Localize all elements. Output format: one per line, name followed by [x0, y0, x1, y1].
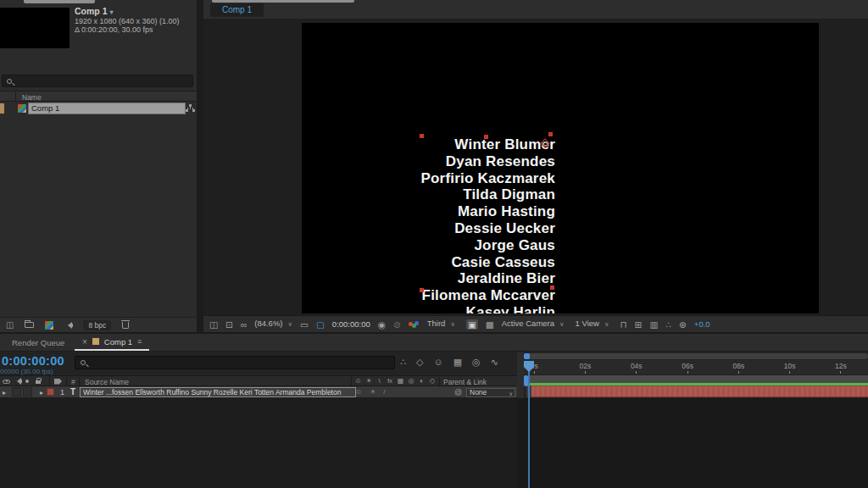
video-toggle-cell[interactable] [12, 387, 21, 396]
audio-toggle-cell[interactable] [23, 387, 32, 396]
show-snapshot-icon[interactable]: ⊘ [393, 319, 401, 330]
layer-collapse-toggle[interactable]: ☀ [370, 388, 376, 396]
region-of-interest-icon[interactable]: ▭ [300, 319, 309, 330]
channels-icon[interactable] [409, 320, 420, 329]
timeline-panel: Render Queue × Comp 1 ≡ 0:00:00:00 00000… [0, 334, 868, 488]
target-region-icon[interactable]: ▣ [466, 319, 478, 330]
layer-list-empty-area[interactable] [0, 398, 517, 488]
selection-handle-bottom-left[interactable] [420, 288, 424, 292]
timeline-track-empty-area[interactable] [517, 398, 868, 488]
name-column-header[interactable]: Name [22, 93, 42, 102]
video-eye-icon[interactable] [3, 380, 10, 384]
tab-comp-1[interactable]: × Comp 1 ≡ [75, 334, 149, 351]
source-name-column-header[interactable]: Source Name [85, 378, 129, 386]
audio-icon[interactable] [64, 322, 72, 329]
interpret-footage-icon[interactable]: ◫ [6, 321, 14, 330]
timeline-search-input[interactable] [75, 356, 395, 369]
snapshot-icon[interactable]: ◫ [209, 319, 218, 330]
lock-icon[interactable] [36, 380, 41, 384]
comp-viewer-tab[interactable]: Comp 1 [210, 3, 264, 17]
selection-handle-top-center[interactable] [484, 135, 488, 139]
pixel-aspect-icon[interactable]: ⊓ [620, 319, 626, 330]
playhead-line[interactable] [528, 361, 530, 488]
pick-whip-icon[interactable]: @ [454, 388, 462, 396]
snapshot-camera-icon[interactable]: ◉ [378, 319, 386, 330]
composition-frame[interactable]: Winter BlumerDyan ResendesPorfirio Kaczm… [302, 23, 819, 313]
panel-grip[interactable] [24, 0, 95, 3]
index-column-header[interactable]: # [71, 378, 75, 386]
shy-switch-icon[interactable]: ☺ [354, 377, 362, 385]
graph-editor-icon[interactable]: ∿ [491, 357, 498, 367]
comp-viewer-area[interactable]: Winter BlumerDyan ResendesPorfirio Kaczm… [203, 19, 868, 315]
credits-text-layer[interactable]: Winter BlumerDyan ResendesPorfirio Kaczm… [302, 136, 555, 313]
column-divider [439, 377, 440, 385]
parent-link-column-header[interactable]: Parent & Link [443, 378, 487, 386]
timeline-buttons: ∴◇☺▦◎∿ [400, 357, 498, 367]
project-item-name[interactable]: Comp 1 [28, 103, 186, 114]
fx-switch-icon[interactable]: fx [387, 377, 394, 385]
adjustment-switch-icon[interactable]: ◐ [418, 377, 426, 385]
current-time-display[interactable]: 0:00:00:00 [2, 354, 64, 368]
collapse-switch-icon[interactable]: ☀ [365, 377, 373, 385]
transparency-grid-icon[interactable]: ▩ [486, 319, 494, 330]
preview-timecode[interactable]: 0:00:00:00 [332, 319, 370, 330]
time-navigator-bar[interactable] [524, 353, 868, 359]
project-item-row[interactable]: Comp 1 [0, 103, 197, 114]
trash-icon[interactable] [122, 322, 129, 329]
camera-view-select[interactable]: Active Camera [502, 319, 565, 330]
project-search-input[interactable] [2, 75, 193, 87]
layer-duration-bar[interactable] [531, 385, 868, 397]
layer-shy-toggle[interactable]: ☺ [355, 388, 362, 396]
bit-depth-badge[interactable]: 8 bpc [83, 320, 111, 330]
view-layout-select[interactable]: 1 View [576, 319, 609, 330]
project-list-header[interactable]: Name [0, 91, 197, 102]
motion-blur-switch-icon[interactable]: ◎ [408, 377, 415, 385]
time-tick-label: 0s [509, 362, 559, 374]
selection-handle-bottom-right[interactable] [550, 286, 554, 290]
text-layer-icon: T [70, 387, 75, 396]
label-color-chip[interactable] [0, 103, 4, 114]
label-tag-icon[interactable] [54, 379, 62, 385]
selection-handle-top-right[interactable] [548, 132, 553, 136]
composition-mini-flowchart-icon[interactable]: ∴ [400, 357, 406, 367]
layer-quality-toggle[interactable]: / [383, 388, 385, 396]
magnification-select[interactable]: (84.6%) [254, 319, 292, 330]
mask-visibility-icon[interactable]: ▢ [316, 319, 325, 330]
new-folder-icon[interactable] [25, 322, 34, 328]
quality-switch-icon[interactable]: \ [376, 377, 383, 385]
twirl-arrow-icon[interactable]: ▸ [3, 389, 6, 396]
motion-blur-icon[interactable]: ◎ [472, 357, 481, 367]
credit-name: Mario Hasting [302, 203, 555, 220]
flowchart-icon[interactable]: ∴ [665, 319, 671, 330]
exposure-value[interactable]: +0.0 [694, 319, 710, 330]
layer-name-field[interactable]: Winter ...fossen Ellsworth Ruffino Sunny… [80, 387, 356, 397]
solo-icon[interactable] [25, 380, 29, 383]
panel-divider-vertical[interactable] [197, 0, 203, 334]
audio-speaker-icon[interactable] [14, 378, 21, 385]
parent-select[interactable]: None [466, 388, 515, 397]
shy-layers-icon[interactable]: ☺ [433, 357, 442, 367]
layer-label-color[interactable] [47, 388, 54, 396]
resolution-select[interactable]: Third [427, 319, 455, 330]
close-icon[interactable]: × [82, 337, 87, 347]
frame-blending-icon[interactable]: ▦ [453, 357, 462, 367]
timeline-button-icon[interactable]: ▥ [649, 319, 658, 330]
selection-handle-top-left[interactable] [420, 134, 424, 138]
panel-grip[interactable] [212, 0, 354, 3]
column-divider [79, 377, 80, 385]
layer-expand-icon[interactable]: ▸ [40, 389, 43, 396]
time-navigator-handle[interactable] [524, 353, 530, 359]
new-composition-icon[interactable] [45, 321, 53, 330]
frame-blend-switch-icon[interactable]: ▦ [397, 377, 404, 385]
draft-3d-icon[interactable]: ◇ [416, 357, 423, 367]
work-area-bar[interactable] [524, 375, 868, 383]
reset-exposure-icon[interactable]: ⊛ [679, 319, 687, 330]
fast-preview-icon[interactable]: ⊞ [635, 319, 643, 330]
monitor-icon[interactable]: ⊡ [225, 319, 233, 330]
project-item-title[interactable]: Comp 1▾ [75, 6, 114, 16]
panel-menu-icon[interactable]: ≡ [137, 337, 142, 346]
tab-render-queue[interactable]: Render Queue [12, 338, 64, 347]
3d-switch-icon[interactable]: ◇ [429, 377, 437, 385]
layer-row[interactable]: ▸ ▸ 1 T Winter ...fossen Ellsworth Ruffi… [0, 386, 517, 398]
stereo-glasses-icon[interactable]: ∞ [241, 319, 248, 330]
